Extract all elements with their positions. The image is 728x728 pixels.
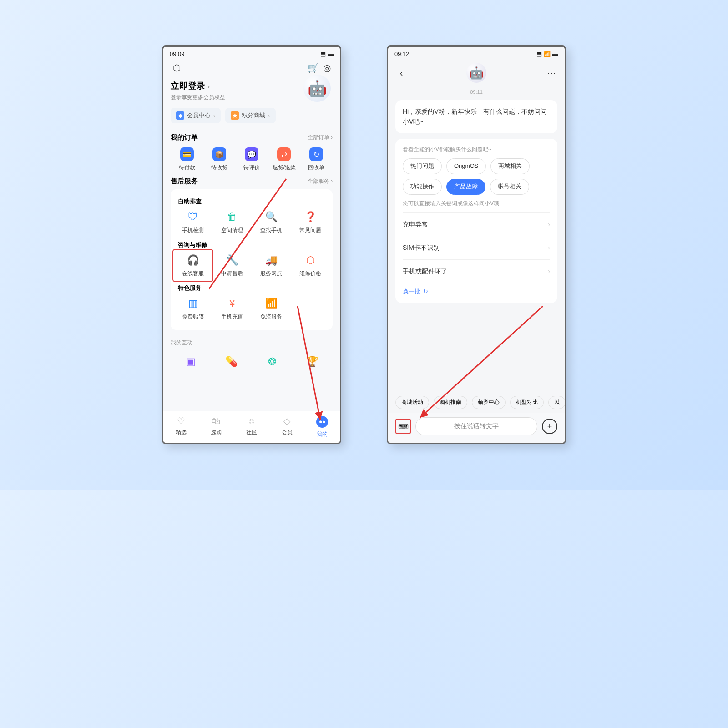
chip[interactable]: ★积分商城›: [225, 108, 275, 123]
orders-header: 我的订单 全部订单 ›: [171, 130, 333, 146]
interact-item[interactable]: ▣: [171, 353, 211, 373]
plus-icon[interactable]: +: [542, 419, 557, 434]
pill[interactable]: 以: [548, 396, 565, 409]
order-item[interactable]: 💳待付款: [171, 146, 203, 173]
message-icon[interactable]: ◎: [320, 61, 334, 75]
quick-pills[interactable]: 商城活动购机指南领券中心机型对比以: [388, 392, 565, 413]
service-item[interactable]: 📶免流服务: [252, 293, 291, 324]
service-item[interactable]: ⬡维修价格: [291, 250, 330, 281]
tab-选购[interactable]: 🛍选购: [199, 414, 234, 440]
interact-header: 我的互动: [171, 335, 333, 350]
left-screen: 09:09 ⬒ ▬ ⬡ 🛒 ◎ 立即登录 › 登录享受更多会员权益 🤖 ◆会员中…: [162, 46, 341, 444]
pill[interactable]: 商城活动: [395, 396, 429, 409]
pill[interactable]: 购机指南: [434, 396, 467, 409]
cart-icon[interactable]: 🛒: [306, 61, 320, 75]
interact-item[interactable]: ❂: [252, 353, 292, 373]
service-item[interactable]: 🛡手机检测: [173, 207, 212, 238]
tab-我的[interactable]: ••我的: [304, 414, 340, 440]
question-item[interactable]: 手机或配件坏了›: [403, 259, 550, 283]
service-item[interactable]: 🎧在线客服: [172, 249, 213, 282]
tag[interactable]: 热门问题: [403, 158, 442, 174]
service-item[interactable]: 🚚服务网点: [252, 250, 291, 281]
login-title: 立即登录: [171, 81, 205, 91]
status-icons: ⬒ ▬: [320, 51, 334, 57]
chat-time: 09:11: [388, 86, 565, 97]
status-time: 09:09: [170, 51, 185, 57]
chat-header: ‹ 🤖 ⋯: [388, 59, 565, 86]
avatar-icon[interactable]: 🤖: [303, 75, 331, 102]
status-bar: 09:12 ⬒ 📶 ▬: [388, 47, 565, 59]
service-item[interactable]: 🗑空间清理: [212, 207, 252, 238]
order-item[interactable]: ↻回收单: [300, 146, 333, 173]
refresh-icon: ↻: [423, 287, 428, 297]
status-time: 09:12: [394, 51, 410, 57]
pill[interactable]: 领券中心: [472, 396, 506, 409]
options-bubble: 看看全能的小V都能解决什么问题吧~ 热门问题OriginOS商城相关功能操作产品…: [395, 139, 557, 303]
service-item[interactable]: ❓常见问题: [291, 207, 330, 238]
tag[interactable]: 功能操作: [403, 179, 442, 195]
input-bar: ⌨ 按住说话转文字 +: [388, 413, 565, 443]
tab-会员[interactable]: ◇会员: [269, 414, 305, 440]
status-bar: 09:09 ⬒ ▬: [163, 47, 340, 59]
chip[interactable]: ◆会员中心›: [171, 108, 221, 123]
tag[interactable]: 商城相关: [490, 158, 530, 174]
service-item[interactable]: ▥免费贴膜: [173, 293, 212, 324]
interact-item[interactable]: 💊: [211, 353, 252, 373]
tabbar: ♡精选🛍选购☺社区◇会员••我的: [163, 411, 340, 443]
orders-more[interactable]: 全部订单 ›: [308, 134, 333, 142]
tab-精选[interactable]: ♡精选: [163, 414, 199, 440]
question-item[interactable]: 充电异常›: [403, 212, 550, 236]
service-item[interactable]: 🔍查找手机: [252, 207, 291, 238]
tag[interactable]: 帐号相关: [490, 179, 529, 195]
status-icons: ⬒ 📶 ▬: [536, 51, 558, 57]
service-more[interactable]: 全部服务 ›: [308, 177, 333, 185]
right-screen: 09:12 ⬒ 📶 ▬ ‹ 🤖 ⋯ 09:11 Hi，亲爱的V粉，新年快乐！有什…: [387, 46, 566, 444]
tag[interactable]: OriginOS: [446, 158, 486, 174]
settings-icon[interactable]: ⬡: [170, 61, 183, 75]
pill[interactable]: 机型对比: [510, 396, 544, 409]
back-icon[interactable]: ‹: [394, 66, 408, 80]
login-chips: ◆会员中心›★积分商城›: [163, 108, 340, 130]
order-item[interactable]: 📦待收货: [203, 146, 235, 173]
login-block[interactable]: 立即登录 › 登录享受更多会员权益 🤖: [163, 77, 340, 108]
refresh-button[interactable]: 换一批↻: [403, 283, 550, 297]
service-item[interactable]: ¥手机充值: [212, 293, 252, 324]
voice-input[interactable]: 按住说话转文字: [415, 417, 537, 435]
more-icon[interactable]: ⋯: [545, 66, 558, 80]
bot-avatar-icon: 🤖: [466, 63, 486, 83]
orders-row: 💳待付款📦待收货💬待评价⇄退货/退款↻回收单: [171, 146, 333, 173]
greeting-bubble: Hi，亲爱的V粉，新年快乐！有什么问题，不妨问问小V吧~: [395, 100, 557, 133]
service-header: 售后服务 全部服务 ›: [171, 173, 333, 189]
service-item[interactable]: 🔧申请售后: [212, 250, 252, 281]
service-card: 自助排查 🛡手机检测🗑空间清理🔍查找手机❓常见问题 咨询与维修 🎧在线客服🔧申请…: [171, 189, 333, 330]
order-item[interactable]: 💬待评价: [235, 146, 268, 173]
order-item[interactable]: ⇄退货/退款: [268, 146, 300, 173]
interact-item[interactable]: 🏆: [292, 353, 333, 373]
tab-社区[interactable]: ☺社区: [234, 414, 269, 440]
keyboard-icon[interactable]: ⌨: [395, 419, 411, 434]
question-item[interactable]: SIM卡不识别›: [403, 236, 550, 259]
tag[interactable]: 产品故障: [446, 179, 485, 195]
